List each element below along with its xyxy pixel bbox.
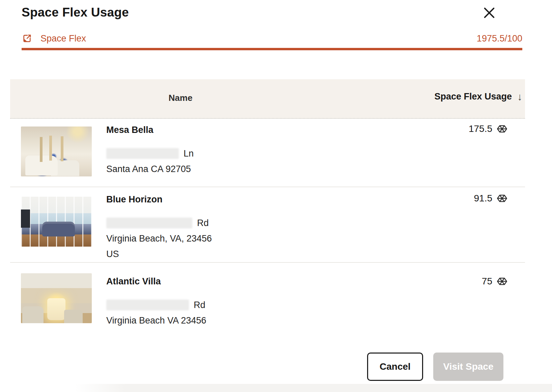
space-cube-icon: [496, 193, 508, 203]
property-thumbnail: [21, 127, 92, 176]
space-flex-usage-modal: Space Flex Usage Space Flex 1975.5/100 N…: [0, 0, 552, 392]
launch-icon: [22, 33, 32, 44]
redacted-address: [106, 218, 192, 228]
address-suffix: Rd: [194, 297, 205, 313]
table-header: Name Space Flex Usage ↓: [10, 79, 525, 119]
space-cube-icon: [496, 124, 508, 134]
table-row[interactable]: Atlantic Villa Rd Virginia Beach VA 2345…: [10, 263, 525, 334]
address-country-line: US: [106, 246, 212, 262]
address-suffix: Rd: [197, 215, 209, 231]
background-page-edge: [75, 384, 552, 392]
address-suffix: Ln: [184, 146, 194, 161]
property-thumbnail: [21, 273, 92, 323]
table-row[interactable]: Mesa Bella Ln Santa Ana CA 92705 175.5: [10, 119, 525, 187]
close-button[interactable]: [480, 4, 498, 22]
usage-value: 175.5: [469, 123, 492, 134]
address-city-line: Virginia Beach VA 23456: [106, 313, 206, 328]
redacted-address: [106, 148, 179, 159]
page-title: Space Flex Usage: [22, 5, 129, 20]
visit-space-button[interactable]: Visit Space: [433, 353, 503, 381]
usage-value: 91.5: [474, 193, 493, 204]
property-name: Atlantic Villa: [106, 276, 206, 287]
space-flex-tab[interactable]: Space Flex 1975.5/100: [22, 31, 522, 46]
tab-label: Space Flex: [40, 33, 86, 44]
redacted-address: [106, 300, 189, 310]
address-city-line: Santa Ana CA 92705: [106, 161, 194, 177]
space-cube-icon: [496, 276, 508, 286]
column-header-name[interactable]: Name: [169, 93, 193, 103]
tab-active-underline: [22, 48, 522, 50]
usage-total: 1975.5/100: [477, 33, 522, 44]
cancel-button[interactable]: Cancel: [367, 353, 423, 381]
column-header-usage[interactable]: Space Flex Usage ↓: [434, 91, 522, 102]
property-name: Blue Horizon: [106, 194, 212, 205]
close-icon: [482, 6, 496, 20]
sort-descending-icon: ↓: [517, 92, 522, 102]
table-row[interactable]: Blue Horizon Rd Virginia Beach, VA, 2345…: [10, 187, 525, 263]
usage-value: 75: [482, 276, 492, 287]
address-city-line: Virginia Beach, VA, 23456: [106, 231, 212, 246]
property-name: Mesa Bella: [106, 125, 194, 135]
property-thumbnail: [21, 197, 92, 247]
